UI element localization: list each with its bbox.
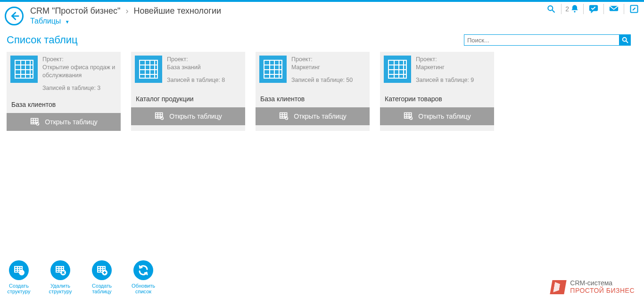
mail-icon[interactable] [608, 4, 620, 14]
card-table-name: База клиентов [256, 90, 370, 107]
header-toolbar: 2 [545, 4, 640, 14]
search-icon[interactable] [545, 4, 557, 14]
svg-point-3 [574, 11, 575, 12]
create-table-icon [92, 260, 112, 280]
create-table-button[interactable]: Создать таблицу [88, 260, 116, 294]
action-label: Удалить структуру [49, 283, 72, 294]
chevron-down-icon: ▼ [65, 19, 70, 24]
brand: CRM-система ПРОСТОЙ БИЗНЕС [551, 280, 635, 294]
card-project-name: Маркетинг [291, 64, 353, 72]
brand-logo-icon [550, 280, 567, 294]
edit-icon[interactable] [628, 4, 640, 14]
svg-text:⚙: ⚙ [20, 271, 24, 275]
open-table-button[interactable]: Открыть таблицу [7, 113, 121, 131]
brand-line1: CRM-система [570, 280, 635, 287]
back-button[interactable] [5, 7, 24, 25]
card-records: Записей в таблице: 50 [291, 76, 353, 84]
card-project-name: База знаний [167, 64, 225, 72]
create-structure-button[interactable]: ⚙ Создать структуру [5, 260, 33, 294]
bell-icon [570, 4, 579, 14]
card-records: Записей в таблице: 3 [42, 84, 117, 92]
refresh-list-icon [133, 260, 153, 280]
svg-point-8 [623, 38, 627, 41]
table-icon [135, 56, 162, 83]
table-icon [10, 56, 38, 83]
breadcrumb-root[interactable]: CRM "Простой бизнес" [30, 6, 120, 16]
table-icon [384, 56, 411, 83]
table-card[interactable]: Проект: Маркетинг Записей в таблице: 9 К… [380, 52, 494, 131]
brand-line2: ПРОСТОЙ БИЗНЕС [570, 287, 635, 294]
open-table-button[interactable]: Открыть таблицу [131, 107, 245, 125]
card-table-name: База клиентов [7, 96, 121, 113]
svg-line-2 [553, 10, 555, 13]
notification-count: 2 [565, 5, 569, 13]
action-label: Создать таблицу [92, 283, 112, 294]
search-button[interactable] [619, 34, 631, 46]
card-records: Записей в таблице: 8 [167, 76, 225, 84]
card-project-name: Маркетинг [416, 64, 474, 72]
card-table-name: Каталог продукции [131, 90, 245, 107]
view-dropdown-label: Таблицы [30, 17, 61, 25]
card-records: Записей в таблице: 9 [416, 76, 474, 84]
open-table-button[interactable]: Открыть таблицу [256, 107, 370, 125]
svg-line-9 [626, 41, 628, 43]
view-dropdown[interactable]: Таблицы ▼ [30, 17, 639, 25]
arrow-left-icon [9, 11, 19, 21]
table-open-icon [279, 112, 289, 121]
delete-structure-icon [50, 260, 70, 280]
card-project-label: Проект: [291, 56, 353, 64]
content-header: Список таблиц [0, 27, 644, 49]
chat-icon[interactable] [587, 4, 600, 14]
page-title: Список таблиц [7, 34, 78, 46]
card-table-name: Категории товаров [380, 90, 494, 107]
breadcrumb-separator-icon: › [125, 6, 128, 16]
card-project-label: Проект: [167, 56, 225, 64]
table-open-icon [154, 112, 165, 121]
refresh-list-button[interactable]: Обновить список [129, 260, 157, 294]
card-project-label: Проект: [42, 56, 117, 64]
create-structure-icon: ⚙ [9, 260, 29, 280]
delete-structure-button[interactable]: Удалить структуру [46, 260, 74, 294]
search-input[interactable] [464, 34, 619, 46]
header: CRM "Простой бизнес" › Новейшие технолог… [0, 2, 644, 27]
svg-point-1 [548, 6, 553, 10]
footer-actions: ⚙ Создать структуру Удалить структуру Со… [5, 260, 157, 294]
card-project-label: Проект: [416, 56, 474, 64]
action-label: Создать структуру [7, 283, 30, 294]
footer: ⚙ Создать структуру Удалить структуру Со… [0, 260, 644, 298]
open-table-button[interactable]: Открыть таблицу [380, 107, 494, 125]
notifications[interactable]: 2 [565, 4, 579, 14]
search-bar [464, 34, 631, 46]
table-icon [259, 56, 287, 83]
table-card[interactable]: Проект: Маркетинг Записей в таблице: 50 … [256, 52, 370, 131]
table-card-grid: Проект: Открытие офиса продаж и обслужив… [0, 49, 644, 134]
table-card[interactable]: Проект: Открытие офиса продаж и обслужив… [7, 52, 121, 131]
card-project-name: Открытие офиса продаж и обслуживания [42, 64, 117, 80]
search-icon [621, 36, 629, 44]
breadcrumb-current: Новейшие технологии [133, 6, 221, 16]
table-card[interactable]: Проект: База знаний Записей в таблице: 8… [131, 52, 245, 131]
table-open-icon [403, 112, 413, 121]
action-label: Обновить список [132, 283, 155, 294]
table-open-icon [30, 117, 40, 127]
svg-marker-5 [591, 11, 594, 14]
